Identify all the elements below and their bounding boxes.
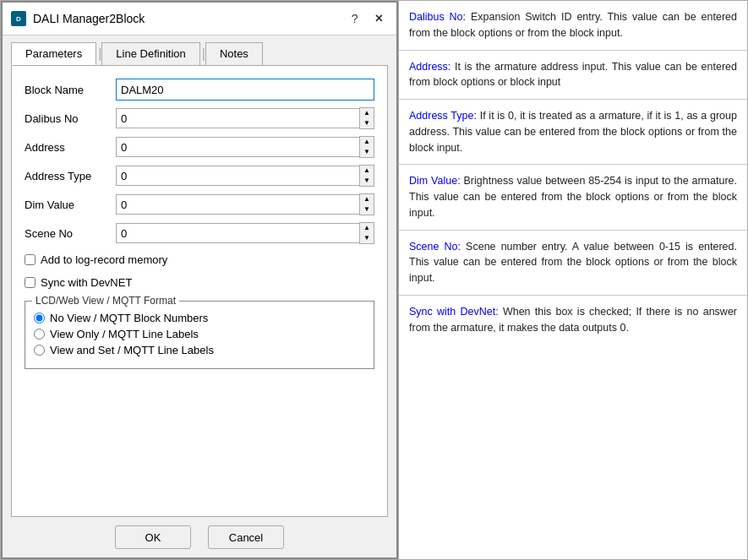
cancel-button[interactable]: Cancel	[208, 525, 284, 549]
radio-no-view[interactable]	[34, 313, 45, 323]
lcd-group-box: LCD/Web View / MQTT Format No View / MQT…	[25, 301, 374, 369]
radio-view-set-row: View and Set / MQTT Line Labels	[34, 344, 365, 356]
radio-view-set[interactable]	[34, 345, 45, 356]
address-type-spinner: ▲ ▼	[116, 165, 374, 187]
block-name-label: Block Name	[25, 84, 109, 96]
dalibus-no-spinner: ▲ ▼	[116, 107, 374, 129]
dialog-panel: D DALI Manager2Block ? × Parameters | Li…	[1, 1, 398, 559]
group-box-legend: LCD/Web View / MQTT Format	[32, 295, 179, 307]
dalibus-no-label: Dalibus No	[25, 112, 109, 125]
address-type-label: Address Type	[25, 170, 109, 182]
scene-no-row: Scene No ▲ ▼	[25, 222, 374, 244]
scene-no-up[interactable]: ▲	[360, 223, 374, 233]
scene-no-input[interactable]	[116, 223, 359, 243]
help-section-1: Address: It is the armature address inpu…	[399, 51, 747, 101]
dim-value-up[interactable]: ▲	[360, 194, 374, 204]
dalibus-no-down[interactable]: ▼	[360, 118, 374, 128]
radio-view-set-label: View and Set / MQTT Line Labels	[50, 344, 214, 356]
ok-button[interactable]: OK	[115, 525, 191, 549]
address-label: Address	[25, 141, 109, 154]
dim-value-down[interactable]: ▼	[360, 204, 374, 215]
address-spinner: ▲ ▼	[116, 136, 374, 158]
help-section-2: Address Type: If it is 0, it is treated …	[399, 100, 747, 165]
dim-value-spinner-btns: ▲ ▼	[359, 193, 374, 215]
scene-no-spinner: ▲ ▼	[116, 222, 374, 244]
dim-value-input[interactable]	[116, 194, 359, 215]
dalibus-no-up[interactable]: ▲	[360, 108, 374, 118]
block-name-row: Block Name	[25, 79, 374, 101]
help-keyword-5: Sync with DevNet:	[409, 306, 499, 318]
radio-view-only[interactable]	[34, 329, 45, 340]
help-section-3: Dim Value: Brightness value between 85-2…	[399, 165, 747, 230]
address-row: Address ▲ ▼	[25, 136, 374, 158]
dialog-title-buttons: ? ×	[347, 9, 388, 28]
scene-no-down[interactable]: ▼	[360, 233, 374, 243]
help-panel: Dalibus No: Expansion Switch ID entry. T…	[398, 1, 747, 559]
sync-devnet-label: Sync with DevNET	[41, 276, 132, 289]
address-up[interactable]: ▲	[360, 137, 374, 147]
sync-devnet-row: Sync with DevNET	[25, 276, 374, 289]
address-type-input[interactable]	[116, 166, 359, 186]
radio-no-view-label: No View / MQTT Block Numbers	[50, 312, 208, 324]
help-section-5: Sync with DevNet: When this box is check…	[399, 296, 747, 345]
tab-line-definition[interactable]: Line Definition	[101, 42, 199, 65]
scene-no-spinner-btns: ▲ ▼	[359, 222, 374, 244]
sync-devnet-checkbox[interactable]	[25, 277, 35, 288]
tab-notes[interactable]: Notes	[205, 42, 263, 65]
address-type-up[interactable]: ▲	[360, 166, 374, 176]
address-type-row: Address Type ▲ ▼	[25, 165, 374, 187]
tabs-bar: Parameters | Line Definition | Notes	[3, 35, 396, 65]
radio-no-view-row: No View / MQTT Block Numbers	[34, 312, 365, 324]
dalibus-no-input[interactable]	[116, 108, 359, 128]
help-button[interactable]: ?	[347, 10, 363, 27]
help-keyword-3: Dim Value:	[409, 175, 461, 187]
address-spinner-btns: ▲ ▼	[359, 136, 374, 158]
dialog-content: Block Name Dalibus No ▲ ▼ Address	[11, 65, 388, 517]
tab-parameters[interactable]: Parameters	[11, 42, 96, 65]
main-container: D DALI Manager2Block ? × Parameters | Li…	[0, 0, 748, 560]
dim-value-row: Dim Value ▲ ▼	[25, 193, 374, 215]
radio-view-only-row: View Only / MQTT Line Labels	[34, 328, 365, 340]
help-keyword-1: Address:	[409, 61, 450, 73]
help-text-1: It is the armature address input. This v…	[409, 61, 737, 89]
add-to-log-row: Add to log-record memory	[25, 253, 374, 266]
dali-icon: D	[11, 11, 26, 26]
help-keyword-0: Dalibus No:	[409, 11, 466, 23]
address-input[interactable]	[116, 137, 359, 157]
dim-value-label: Dim Value	[25, 198, 109, 211]
add-to-log-checkbox[interactable]	[25, 254, 35, 265]
dalibus-no-spinner-btns: ▲ ▼	[359, 107, 374, 129]
dalibus-no-row: Dalibus No ▲ ▼	[25, 107, 374, 129]
dialog-title-left: D DALI Manager2Block	[11, 11, 145, 26]
address-type-spinner-btns: ▲ ▼	[359, 165, 374, 187]
dialog-title: DALI Manager2Block	[33, 12, 145, 25]
help-section-0: Dalibus No: Expansion Switch ID entry. T…	[399, 1, 747, 51]
dim-value-spinner: ▲ ▼	[116, 193, 374, 215]
help-section-4: Scene No: Scene number entry. A value be…	[399, 231, 747, 296]
dialog-titlebar: D DALI Manager2Block ? ×	[3, 3, 396, 35]
help-keyword-4: Scene No:	[409, 241, 461, 253]
block-name-input[interactable]	[116, 79, 374, 101]
address-down[interactable]: ▼	[360, 147, 374, 157]
radio-view-only-label: View Only / MQTT Line Labels	[50, 328, 199, 340]
dialog-footer: OK Cancel	[3, 517, 396, 557]
address-type-down[interactable]: ▼	[360, 176, 374, 186]
close-button[interactable]: ×	[370, 9, 388, 28]
scene-no-label: Scene No	[25, 227, 109, 240]
add-to-log-label: Add to log-record memory	[41, 253, 167, 266]
help-keyword-2: Address Type:	[409, 110, 477, 122]
